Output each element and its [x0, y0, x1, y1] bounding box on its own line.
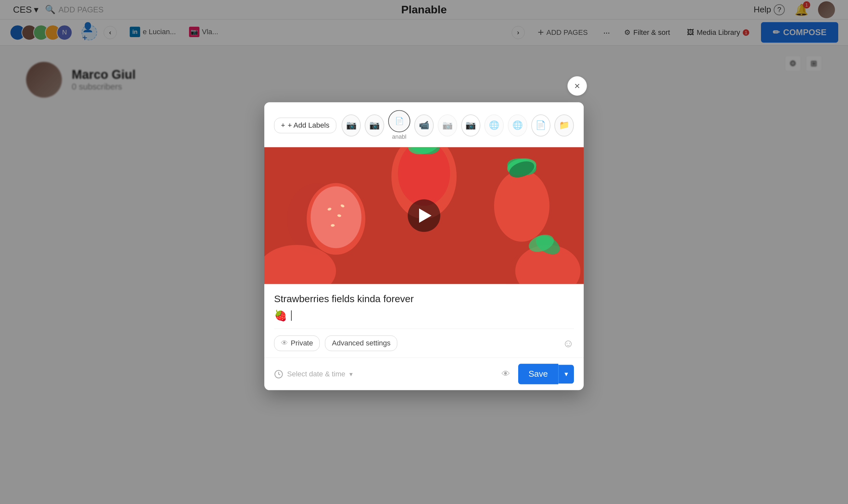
platform-icons: 📷 📷 📄 anabl 📹 📷 📷 — [342, 110, 574, 140]
close-modal-button[interactable]: × — [567, 76, 587, 96]
platform-5[interactable]: 📷 — [438, 114, 457, 137]
modal-header: + + Add Labels 📷 📷 📄 anabl 📹 — [264, 102, 584, 147]
date-placeholder: Select date & time — [287, 370, 345, 378]
date-selector[interactable]: Select date & time ▾ — [274, 370, 353, 379]
anabl-icon: 📄 — [395, 117, 404, 125]
eye-preview-icon: 👁 — [502, 369, 510, 379]
platform-6-icon: 📷 — [465, 120, 476, 130]
save-button[interactable]: Save — [518, 364, 558, 384]
play-button[interactable] — [408, 199, 440, 232]
platform-8[interactable]: 🌐 — [508, 114, 527, 137]
modal-footer: Select date & time ▾ 👁 Save ▾ — [264, 358, 584, 390]
advanced-settings-label: Advanced settings — [332, 339, 391, 347]
date-chevron-icon: ▾ — [349, 370, 353, 378]
close-area: × — [567, 76, 587, 96]
preview-button[interactable]: 👁 — [499, 367, 513, 381]
post-emoji: 🍓 — [274, 309, 287, 322]
instagram-icon: 📷 — [346, 120, 357, 130]
platform-4[interactable]: 📹 — [414, 114, 434, 137]
text-cursor — [291, 310, 292, 321]
emoji-button[interactable]: ☺ — [563, 337, 574, 350]
add-labels-button[interactable]: + + Add Labels — [274, 118, 336, 133]
save-dropdown-button[interactable]: ▾ — [558, 365, 574, 383]
platform-6[interactable]: 📷 — [461, 114, 481, 137]
modal-body: Strawberries fields kinda forever 🍓 👁 Pr… — [264, 284, 584, 358]
eye-icon: 👁 — [281, 339, 288, 347]
compose-modal: + + Add Labels 📷 📷 📄 anabl 📹 — [264, 102, 584, 390]
platform-8-icon: 🌐 — [512, 120, 523, 130]
modal-options: 👁 Private Advanced settings ☺ — [274, 328, 574, 351]
platform-2-icon: 📷 — [369, 120, 380, 130]
platform-7-icon: 🌐 — [489, 120, 499, 130]
close-icon: × — [574, 80, 580, 91]
platform-5-icon: 📷 — [442, 120, 453, 130]
platform-10-icon: 📁 — [559, 120, 569, 130]
add-labels-label: + Add Labels — [288, 121, 329, 130]
platform-10[interactable]: 📁 — [554, 114, 574, 137]
play-icon — [419, 209, 432, 223]
platform-9[interactable]: 📄 — [531, 114, 551, 137]
anabl-label: anabl — [392, 133, 406, 140]
save-dropdown-icon: ▾ — [565, 370, 568, 378]
platform-anabl[interactable]: 📄 — [388, 110, 410, 132]
platform-2[interactable]: 📷 — [365, 114, 384, 137]
video-area[interactable] — [264, 147, 584, 284]
svg-point-11 — [494, 170, 550, 241]
advanced-settings-button[interactable]: Advanced settings — [325, 335, 397, 351]
calendar-icon — [274, 370, 283, 379]
save-button-group: Save ▾ — [518, 364, 574, 384]
platform-7[interactable]: 🌐 — [484, 114, 504, 137]
private-label: Private — [291, 339, 313, 347]
platform-instagram-1[interactable]: 📷 — [342, 114, 361, 137]
private-button[interactable]: 👁 Private — [274, 335, 320, 351]
platform-4-icon: 📹 — [419, 120, 429, 130]
emoji-icon: ☺ — [563, 337, 574, 349]
post-content[interactable]: 🍓 — [274, 309, 574, 322]
platform-anabl-group: 📄 anabl — [388, 110, 410, 140]
svg-point-17 — [311, 186, 361, 248]
platform-9-icon: 📄 — [535, 120, 546, 130]
add-icon: + — [281, 121, 285, 130]
post-title: Strawberries fields kinda forever — [274, 293, 574, 304]
